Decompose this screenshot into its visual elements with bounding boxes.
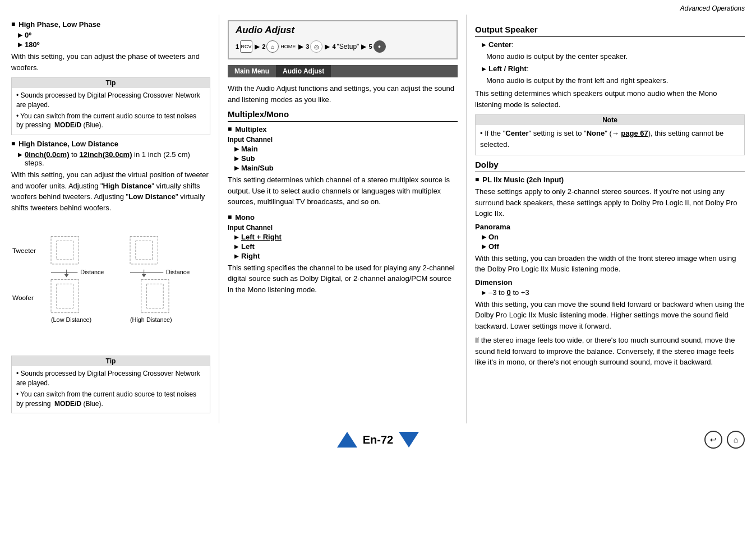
page-number-container: En-72 (337, 432, 419, 448)
nav-arrow-2: ▶ (298, 43, 303, 50)
pl-iix-title: PL IIx Music (2ch Input) (475, 176, 745, 184)
speaker-left-right: Left / Right: (482, 64, 745, 73)
svg-text:Tweeter: Tweeter (12, 247, 36, 255)
note-box: Note • If the "Center" setting is set to… (475, 114, 745, 155)
panorama-off: Off (482, 242, 745, 251)
footer-triangle-down (399, 432, 419, 448)
left-column: High Phase, Low Phase 0º 180º With this … (0, 15, 219, 423)
middle-column: Audio Adjust 1 RCV ▶ 2 ⌂ HOME ▶ 3 ◎ ▶ 4 … (219, 15, 466, 423)
audio-adjust-header: Audio Adjust 1 RCV ▶ 2 ⌂ HOME ▶ 3 ◎ ▶ 4 … (228, 20, 458, 59)
distance-description: With this setting, you can adjust the vi… (11, 169, 210, 213)
nav-icon-receive: RCV (240, 40, 252, 53)
page-number: En-72 (363, 433, 393, 446)
footer-triangle-up (337, 432, 357, 448)
mono-left: Left (234, 242, 458, 251)
nav-circle-icon: ◎ (310, 40, 322, 53)
section-distance-title: High Distance, Low Distance (11, 140, 210, 148)
svg-rect-12 (136, 241, 153, 260)
breadcrumb-audio-adjust: Audio Adjust (276, 65, 331, 77)
diagram-area: Tweeter Woofer Distance (Low Distance) (11, 220, 210, 349)
mono-input-label: Input Channel (228, 224, 458, 232)
tip-box-1: Tip Sounds processed by Digital Processi… (11, 77, 210, 135)
pl-iix-intro: These settings apply to only 2-channel s… (475, 186, 745, 219)
multiplex-main-sub: Main/Sub (234, 164, 458, 172)
multiplex-mono-title: Multiplex/Mono (228, 109, 458, 122)
svg-marker-7 (64, 274, 69, 278)
nav-step-5: 5 (368, 43, 372, 50)
multiplex-sub: Sub (234, 154, 458, 163)
output-speaker-description: This setting determines which speakers o… (475, 88, 745, 110)
tip-list-2: Sounds processed by Digital Processing C… (16, 369, 205, 408)
dimension-range: –3 to 0 to +3 (482, 288, 745, 297)
note-title: Note (476, 115, 744, 125)
svg-text:(Low Distance): (Low Distance) (51, 317, 91, 324)
output-speaker-title: Output Speaker (475, 25, 745, 37)
header-title: Advanced Operations (680, 4, 745, 12)
tip-box-2: Tip Sounds processed by Digital Processi… (11, 356, 210, 413)
svg-text:(High Distance): (High Distance) (130, 317, 172, 324)
svg-text:Distance: Distance (80, 269, 104, 275)
nav-home-icon: ⌂ (266, 40, 279, 53)
mono-description: This setting specifies the channel to be… (228, 262, 458, 296)
speaker-center-desc: Mono audio is output by the center speak… (486, 51, 745, 62)
nav-home-label: HOME (280, 44, 296, 49)
svg-rect-13 (141, 280, 169, 313)
multiplex-main: Main (234, 145, 458, 153)
speaker-center: Center: (482, 40, 745, 49)
phase-description: With this setting, you can adjust the ph… (11, 51, 210, 73)
svg-rect-4 (51, 280, 79, 313)
tip-item-2-1: You can switch from the current audio so… (16, 390, 205, 409)
page-footer: En-72 ↩ ⌂ (0, 423, 756, 456)
audio-adjust-intro: With the Audio Adjust functions and sett… (228, 83, 458, 105)
dimension-desc2: If the stereo image feels too wide, or t… (475, 335, 745, 368)
nav-arrow-3: ▶ (325, 43, 330, 50)
page-header: Advanced Operations (0, 0, 756, 15)
mono-left-right: Left + Right (234, 233, 458, 241)
dolby-title: Dolby (475, 160, 745, 172)
footer-back-icon[interactable]: ↩ (704, 431, 722, 449)
svg-text:Distance: Distance (166, 269, 190, 275)
dimension-title: Dimension (475, 278, 745, 287)
phase-item-180degree: 180º (18, 40, 210, 49)
breadcrumb-main-menu: Main Menu (228, 65, 276, 77)
svg-marker-16 (142, 274, 146, 278)
nav-arrow-1: ▶ (255, 43, 260, 50)
nav-step-3: 3 (306, 43, 309, 50)
diagram-svg: Tweeter Woofer Distance (Low Distance) (11, 220, 210, 342)
speaker-left-right-desc: Mono audio is output by the front left a… (486, 75, 745, 86)
svg-text:Woofer: Woofer (12, 294, 34, 302)
tip-item-1-0: Sounds processed by Digital Processing C… (16, 91, 205, 110)
nav-step-2: 2 (262, 43, 265, 50)
nav-end-icon: ● (374, 40, 386, 53)
audio-adjust-title: Audio Adjust (236, 25, 450, 36)
tip-item-2-0: Sounds processed by Digital Processing C… (16, 369, 205, 388)
mono-right: Right (234, 252, 458, 260)
section-high-phase-title: High Phase, Low Phase (11, 20, 210, 29)
nav-arrow-4: ▶ (361, 43, 366, 50)
multiplex-description: This setting determines which channel of… (228, 174, 458, 207)
tip-item-1-1: You can switch from the current audio so… (16, 112, 205, 131)
tip-title-2: Tip (12, 356, 210, 366)
nav-setup-text: "Setup" (337, 43, 359, 50)
nav-steps: 1 RCV ▶ 2 ⌂ HOME ▶ 3 ◎ ▶ 4 "Setup" ▶ 5 ● (236, 40, 450, 53)
footer-icons: ↩ ⌂ (704, 431, 745, 449)
breadcrumb-bar: Main Menu Audio Adjust (228, 65, 458, 77)
note-text: • If the "Center" setting is set to "Non… (480, 128, 740, 150)
nav-step-1: 1 (236, 43, 239, 50)
nav-step-4: 4 (332, 43, 335, 50)
svg-rect-14 (147, 284, 164, 308)
multiplex-input-label: Input Channel (228, 136, 458, 144)
panorama-title: Panorama (475, 223, 745, 231)
panorama-on: On (482, 233, 745, 241)
phase-item-0degree: 0º (18, 31, 210, 39)
svg-rect-3 (57, 241, 73, 260)
tip-title-1: Tip (12, 78, 210, 88)
panorama-description: With this setting, you can broaden the w… (475, 253, 745, 275)
tip-list-1: Sounds processed by Digital Processing C… (16, 91, 205, 130)
svg-rect-5 (57, 284, 73, 308)
mono-title: Mono (228, 213, 458, 222)
multiplex-title: Multiplex (228, 125, 458, 133)
distance-range: 0inch(0.0cm) to 12inch(30.0cm) in 1 inch… (18, 150, 210, 167)
footer-home-icon[interactable]: ⌂ (727, 431, 745, 449)
right-column: Output Speaker Center: Mono audio is out… (467, 15, 756, 423)
